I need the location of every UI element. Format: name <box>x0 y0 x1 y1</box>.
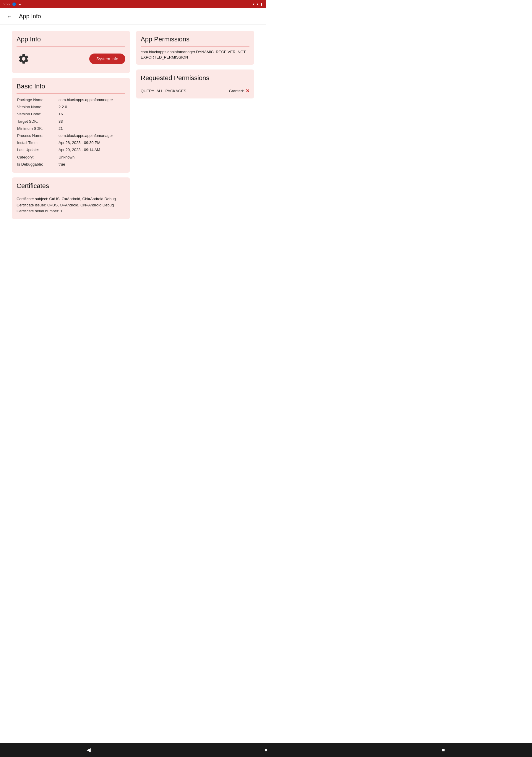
back-button[interactable]: ← <box>5 12 14 21</box>
info-value: Unknown <box>58 154 125 161</box>
info-label: Install Time: <box>16 139 58 146</box>
cert-line: Certificate issuer: C=US, O=Android, CN=… <box>16 202 125 208</box>
info-value: 16 <box>58 110 125 118</box>
table-row: Is Debuggable:true <box>16 161 125 168</box>
info-value: Apr 28, 2023 - 09:30 PM <box>58 139 125 146</box>
notification-icon-2: ☁ <box>18 2 21 6</box>
table-row: Last Update:Apr 29, 2023 - 09:14 AM <box>16 146 125 153</box>
table-row: Install Time:Apr 28, 2023 - 09:30 PM <box>16 139 125 146</box>
basic-info-card: Basic Info Package Name:com.bluckapps.ap… <box>12 78 130 173</box>
info-value: 21 <box>58 125 125 132</box>
main-content: App Info System Info Basic Info Package … <box>0 25 266 225</box>
basic-info-card-title: Basic Info <box>16 82 125 93</box>
granted-label: Granted: <box>229 89 244 93</box>
info-label: Version Name: <box>16 104 58 110</box>
app-permissions-card: App Permissions com.bluckapps.appinfoman… <box>136 31 254 65</box>
info-label: Last Update: <box>16 146 58 153</box>
cert-line: Certificate subject: C=US, O=Android, CN… <box>16 196 125 202</box>
status-time: 9:22 <box>4 2 10 6</box>
app-permission-text: com.bluckapps.appinfomanager.DYNAMIC_REC… <box>141 49 250 60</box>
table-row: Package Name:com.bluckapps.appinfomanage… <box>16 96 125 104</box>
right-column: App Permissions com.bluckapps.appinfoman… <box>136 31 254 219</box>
info-value: com.bluckapps.appinfomanager <box>58 96 125 104</box>
info-label: Process Name: <box>16 132 58 139</box>
status-bar: 9:22 🔵 ☁ ▾ ▲ ▮ <box>0 0 266 8</box>
table-row: Process Name:com.bluckapps.appinfomanage… <box>16 132 125 139</box>
cert-line: Certificate serial number: 1 <box>16 208 125 214</box>
basic-info-table: Package Name:com.bluckapps.appinfomanage… <box>16 96 125 168</box>
certificates-text: Certificate subject: C=US, O=Android, CN… <box>16 196 125 214</box>
granted-x-mark: ✕ <box>246 88 250 94</box>
table-row: Category:Unknown <box>16 154 125 161</box>
left-column: App Info System Info Basic Info Package … <box>12 31 130 219</box>
signal-icon: ▲ <box>256 2 259 6</box>
info-label: Target SDK: <box>16 118 58 125</box>
requested-permissions-list: QUERY_ALL_PACKAGESGranted:✕ <box>141 88 250 94</box>
info-label: Category: <box>16 154 58 161</box>
info-label: Package Name: <box>16 96 58 104</box>
system-info-button[interactable]: System Info <box>89 53 125 64</box>
app-info-header: System Info <box>16 49 125 68</box>
requested-permissions-card: Requested Permissions QUERY_ALL_PACKAGES… <box>136 70 254 99</box>
table-row: Target SDK:33 <box>16 118 125 125</box>
battery-icon: ▮ <box>261 2 262 6</box>
requested-permissions-card-title: Requested Permissions <box>141 74 250 85</box>
app-permissions-card-title: App Permissions <box>141 36 250 46</box>
table-row: Minimum SDK:21 <box>16 125 125 132</box>
table-row: Version Code:16 <box>16 110 125 118</box>
app-bar-title: App Info <box>19 13 41 20</box>
status-bar-left: 9:22 🔵 ☁ <box>4 2 21 6</box>
app-info-card-title: App Info <box>16 36 125 46</box>
app-icon <box>16 52 31 66</box>
wifi-icon: ▾ <box>253 2 254 6</box>
info-value: true <box>58 161 125 168</box>
granted-section: Granted:✕ <box>229 88 250 94</box>
info-value: Apr 29, 2023 - 09:14 AM <box>58 146 125 153</box>
certificates-card: Certificates Certificate subject: C=US, … <box>12 177 130 219</box>
notification-icon-1: 🔵 <box>12 2 16 6</box>
certificates-card-title: Certificates <box>16 182 125 193</box>
app-bar: ← App Info <box>0 8 266 25</box>
info-value: 33 <box>58 118 125 125</box>
info-value: 2.2.0 <box>58 104 125 110</box>
table-row: Version Name:2.2.0 <box>16 104 125 110</box>
info-label: Version Code: <box>16 110 58 118</box>
info-value: com.bluckapps.appinfomanager <box>58 132 125 139</box>
app-info-card: App Info System Info <box>12 31 130 73</box>
info-label: Minimum SDK: <box>16 125 58 132</box>
status-bar-right: ▾ ▲ ▮ <box>253 2 262 6</box>
back-arrow-icon: ← <box>7 13 13 20</box>
gear-icon <box>18 53 30 65</box>
list-item: QUERY_ALL_PACKAGESGranted:✕ <box>141 88 250 94</box>
info-label: Is Debuggable: <box>16 161 58 168</box>
requested-permission-name: QUERY_ALL_PACKAGES <box>141 89 186 93</box>
